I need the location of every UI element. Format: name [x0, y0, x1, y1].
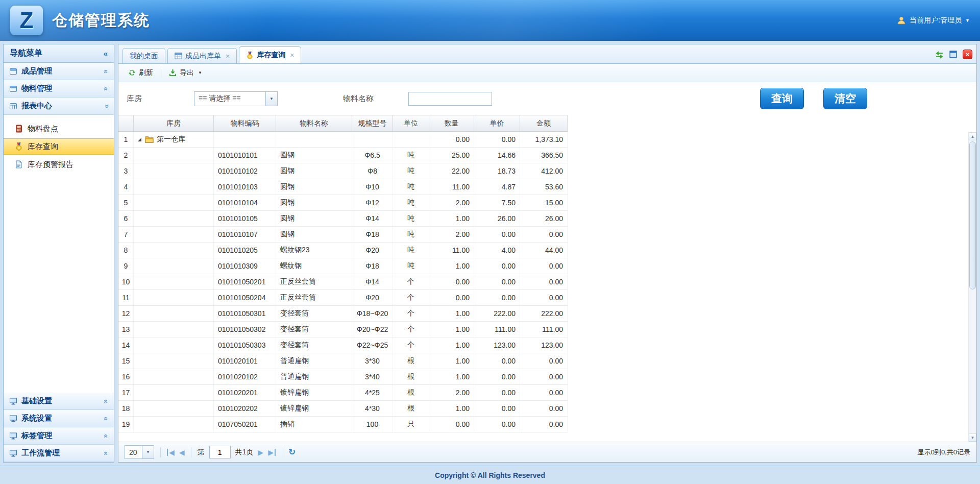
- column-header-amount[interactable]: 金额: [520, 115, 568, 131]
- page-count-label: 共1页: [235, 448, 254, 457]
- refresh-tabs-icon[interactable]: [935, 50, 944, 59]
- user-menu[interactable]: 当前用户:管理员 ▼: [897, 16, 970, 25]
- table-row[interactable]: 80101010205螺纹钢23Φ20吨11.004.0044.00: [118, 243, 568, 258]
- scroll-down-icon[interactable]: ▼: [969, 433, 976, 442]
- page-title: 仓储管理系统: [52, 10, 150, 31]
- cell-price: 26.00: [474, 211, 520, 226]
- table-row[interactable]: 11010101050204正反丝套筒Φ20个0.000.000.00: [118, 290, 568, 306]
- warehouse-select[interactable]: == 请选择 == ▼: [194, 91, 278, 106]
- row-number: 2: [118, 148, 134, 163]
- cell-material-code: 010101050204: [214, 290, 276, 305]
- sidebar-section-report-center[interactable]: 报表中心 «: [4, 98, 114, 115]
- sidebar-section-system-settings[interactable]: 系统设置 «: [4, 410, 114, 427]
- table-row[interactable]: 30101010102圆钢Φ8吨22.0018.73412.00: [118, 163, 568, 179]
- table-header-row: 库房 物料编码 物料名称 规格型号 单位 数量 单价 金额: [118, 115, 568, 132]
- vertical-scrollbar[interactable]: ▲ ▼: [968, 132, 976, 442]
- prev-page-button[interactable]: ◀: [179, 449, 185, 456]
- column-header-material-code[interactable]: 物料编码: [214, 115, 276, 131]
- cell-material-name: 圆钢: [276, 227, 352, 242]
- sidebar-section-workflow-mgmt[interactable]: 工作流管理 «: [4, 445, 114, 462]
- cell-material-code: 0101020102: [214, 369, 276, 384]
- reload-grid-icon[interactable]: ↻: [288, 447, 296, 457]
- column-header-qty[interactable]: 数量: [429, 115, 474, 131]
- clear-button[interactable]: 清空: [823, 88, 867, 109]
- table-row[interactable]: 180101020202镀锌扁钢4*30根1.000.000.00: [118, 401, 568, 417]
- column-header-price[interactable]: 单价: [474, 115, 520, 131]
- sidebar-section-material-mgmt[interactable]: 物料管理 «: [4, 80, 114, 98]
- column-header-unit[interactable]: 单位: [393, 115, 429, 131]
- cell-material-code: 010101050302: [214, 322, 276, 337]
- sidebar-section-basic-settings[interactable]: 基础设置 «: [4, 393, 114, 410]
- table-row[interactable]: 150101020101普通扁钢3*30根1.000.000.00: [118, 353, 568, 369]
- sidebar-item-inventory-warning-report[interactable]: 库存预警报告: [4, 156, 114, 173]
- sidebar-section-product-mgmt[interactable]: 成品管理 «: [4, 63, 114, 80]
- sidebar-item-inventory-query[interactable]: 库存查询: [4, 138, 114, 155]
- export-button[interactable]: 导出 ▼: [165, 66, 206, 80]
- sidebar-item-material-check[interactable]: 物料盘点: [4, 120, 114, 137]
- workflow-mgmt-icon: [9, 449, 17, 457]
- table-row[interactable]: 40101010103圆钢Φ10吨11.004.8753.60: [118, 179, 568, 195]
- column-header-material-name[interactable]: 物料名称: [276, 115, 352, 131]
- export-dropdown-caret-icon[interactable]: ▼: [198, 70, 202, 75]
- filter-bar: 库房 == 请选择 == ▼ 物料名称 查询 清空: [118, 82, 976, 115]
- sidebar-section-label-mgmt[interactable]: 标签管理 «: [4, 427, 114, 445]
- table-row[interactable]: 12010101050301变径套筒Φ18~Φ20个1.00222.00222.…: [118, 306, 568, 322]
- table-row[interactable]: 50101010104圆钢Φ12吨2.007.5015.00: [118, 195, 568, 211]
- cell-material-name: 变径套筒: [276, 306, 352, 321]
- page-size-select[interactable]: 20 ▼: [125, 445, 154, 459]
- table-row[interactable]: 70101010107圆钢Φ18吨2.000.000.00: [118, 227, 568, 243]
- tree-expander-icon[interactable]: [138, 138, 141, 141]
- cell-price: 18.73: [474, 163, 520, 179]
- table-row[interactable]: 10010101050201正反丝套筒Φ14个0.000.000.00: [118, 274, 568, 290]
- cell-material-name: 插销: [276, 417, 352, 432]
- last-page-button[interactable]: ▶: [268, 449, 276, 456]
- close-tab-icon[interactable]: ×: [226, 52, 230, 60]
- chevron-down-icon[interactable]: ▼: [142, 446, 154, 458]
- cell-qty: 22.00: [429, 163, 474, 179]
- query-button[interactable]: 查询: [760, 88, 804, 109]
- table-row[interactable]: 13010101050302变径套筒Φ20~Φ22个1.00111.00111.…: [118, 322, 568, 337]
- next-page-button[interactable]: ▶: [258, 449, 263, 456]
- table-row[interactable]: 1第一仓库0.000.001,373.10: [118, 132, 568, 148]
- row-number: 11: [118, 290, 134, 305]
- close-panel-icon[interactable]: ×: [963, 50, 972, 59]
- table-row[interactable]: 60101010105圆钢Φ14吨1.0026.0026.00: [118, 211, 568, 227]
- material-name-input[interactable]: [408, 92, 492, 106]
- cell-unit: 个: [393, 337, 429, 353]
- tab-inventory-query[interactable]: 库存查询 ×: [239, 46, 301, 63]
- tab-label: 成品出库单: [185, 52, 221, 61]
- row-number: 19: [118, 417, 134, 432]
- column-header-warehouse[interactable]: 库房: [134, 115, 214, 131]
- table-row[interactable]: 160101020102普通扁钢3*40根1.000.000.00: [118, 369, 568, 385]
- section-label: 成品管理: [21, 66, 52, 76]
- maximize-icon[interactable]: [949, 50, 958, 59]
- cell-unit: 吨: [393, 243, 429, 258]
- cell-unit: 吨: [393, 195, 429, 210]
- body-row: 导航菜单 « 成品管理 « 物料管理 « 报表中心 «: [0, 41, 980, 466]
- cell-unit: 个: [393, 274, 429, 289]
- cell-price: 123.00: [474, 337, 520, 353]
- chevron-down-icon[interactable]: ▼: [265, 92, 277, 106]
- tab-my-desktop[interactable]: 我的桌面: [122, 48, 165, 63]
- table-row[interactable]: 190107050201插销100只0.000.000.00: [118, 417, 568, 432]
- column-header-spec[interactable]: 规格型号: [352, 115, 393, 131]
- table-row[interactable]: 90101010309螺纹钢Φ18吨1.000.000.00: [118, 258, 568, 274]
- scroll-up-icon[interactable]: ▲: [969, 132, 976, 140]
- cell-material-name: 变径套筒: [276, 337, 352, 353]
- tab-product-outbound[interactable]: 成品出库单 ×: [167, 48, 237, 63]
- refresh-button[interactable]: 刷新: [125, 66, 157, 80]
- table-row[interactable]: 14010101050303变径套筒Φ22~Φ25个1.00123.00123.…: [118, 337, 568, 353]
- chevron-down-icon: «: [102, 399, 110, 403]
- close-tab-icon[interactable]: ×: [290, 51, 294, 59]
- table-row[interactable]: 170101020201镀锌扁钢4*25根2.000.000.00: [118, 385, 568, 401]
- first-page-button[interactable]: ◀: [167, 449, 175, 456]
- page-number-input[interactable]: [209, 446, 231, 458]
- cell-material-code: 0101010107: [214, 227, 276, 242]
- scrollbar-thumb[interactable]: [969, 141, 976, 289]
- sidebar-collapse-icon[interactable]: «: [104, 49, 108, 58]
- cell-material-code: 010101050201: [214, 274, 276, 289]
- table-row[interactable]: 20101010101圆钢Φ6.5吨25.0014.66366.50: [118, 148, 568, 163]
- cell-unit: [393, 132, 429, 147]
- cell-warehouse: 第一仓库: [134, 132, 214, 147]
- inventory-query-icon: [15, 142, 23, 151]
